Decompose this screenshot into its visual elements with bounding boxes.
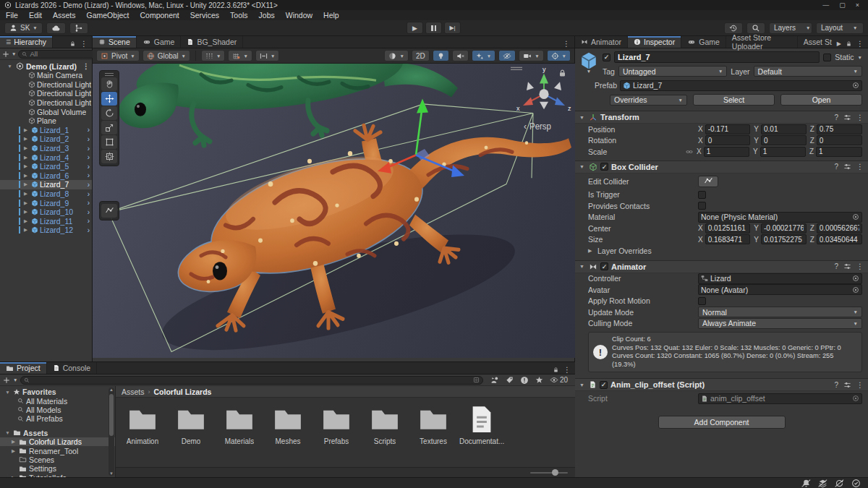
hierarchy-item-lizard-4-9[interactable]: ▶Lizard_4› xyxy=(0,153,92,162)
green-lizard-model[interactable] xyxy=(119,64,458,145)
icon-dropdown-arrow[interactable]: ▼ xyxy=(587,69,591,74)
object-picker-icon[interactable] xyxy=(852,395,859,402)
scale-tool[interactable] xyxy=(101,121,117,134)
gizmos-dropdown[interactable]: ▼ xyxy=(547,50,571,61)
culling-mode-dropdown[interactable]: Always Animate▼ xyxy=(698,318,862,329)
project-tree-item-renamer-tool[interactable]: ▶Renamer_Tool xyxy=(0,446,115,455)
menu-services[interactable]: Services xyxy=(190,11,219,20)
project-tree-item-all-prefabs[interactable]: All Prefabs xyxy=(0,414,115,423)
position-z-field[interactable] xyxy=(817,124,862,134)
play-button[interactable]: ▶ xyxy=(407,22,423,34)
tab-game[interactable]: Game xyxy=(137,36,182,48)
size-x-field[interactable] xyxy=(705,234,751,244)
object-picker-icon[interactable] xyxy=(852,213,859,221)
prefab-mode-arrow[interactable]: › xyxy=(88,145,92,153)
thumbnail-zoom-slider[interactable] xyxy=(530,472,568,474)
expand-arrow-icon[interactable]: ▶ xyxy=(22,209,30,215)
expand-arrow-icon[interactable]: ▶ xyxy=(22,173,30,179)
2d-toggle[interactable]: 2D xyxy=(412,50,430,61)
project-asset-animation[interactable]: Animation xyxy=(120,403,165,445)
help-icon[interactable]: ? xyxy=(834,114,838,121)
hierarchy-item-lizard-1-6[interactable]: ▶Lizard_1› xyxy=(0,126,92,135)
hidden-objects-toggle[interactable] xyxy=(498,50,516,61)
foldout-icon[interactable]: ▼ xyxy=(579,164,586,169)
overrides-dropdown[interactable]: Overrides▼ xyxy=(610,95,687,106)
menu-edit[interactable]: Edit xyxy=(29,11,42,20)
project-tree-item-settings[interactable]: ▶Settings xyxy=(0,464,115,473)
auto-refresh-disabled-icon[interactable] xyxy=(835,479,844,488)
menu-window[interactable]: Window xyxy=(286,11,312,20)
minimize-button[interactable]: — xyxy=(822,1,829,9)
prefab-mode-arrow[interactable]: › xyxy=(88,181,92,189)
foldout-icon[interactable]: ▼ xyxy=(579,382,586,388)
center-x-field[interactable] xyxy=(705,223,751,234)
menu-assets[interactable]: Assets xyxy=(53,11,76,20)
chevron-down-icon[interactable]: ▼ xyxy=(12,51,16,56)
gameobject-name-field[interactable] xyxy=(614,51,820,63)
static-dropdown-arrow[interactable]: ▼ xyxy=(858,55,862,60)
static-checkbox[interactable] xyxy=(823,53,831,61)
layer-overrides-foldout[interactable]: ▶ Layer Overrides xyxy=(575,245,868,257)
pause-button[interactable] xyxy=(425,22,442,34)
rotation-z-field[interactable] xyxy=(817,135,862,145)
tab-bg-shader[interactable]: BG_Shader xyxy=(181,36,243,48)
position-y-field[interactable] xyxy=(761,124,807,134)
avatar-object-field[interactable]: None (Avatar) xyxy=(698,284,862,295)
project-asset-scripts[interactable]: Scripts xyxy=(362,403,407,445)
menu-tools[interactable]: Tools xyxy=(230,11,248,20)
tag-dropdown[interactable]: Untagged▼ xyxy=(618,66,727,77)
background-progress-icon[interactable] xyxy=(851,478,861,488)
tab-hierarchy[interactable]: ☰ Hierarchy xyxy=(0,36,53,48)
chevron-down-icon[interactable]: ▼ xyxy=(13,377,17,382)
packages-visibility-icon[interactable] xyxy=(490,376,499,385)
rotation-x-field[interactable] xyxy=(705,135,751,145)
presets-icon[interactable] xyxy=(843,381,851,389)
prefab-mode-arrow[interactable]: › xyxy=(88,126,92,134)
tab-animator[interactable]: Animator xyxy=(575,36,628,48)
object-picker-icon[interactable] xyxy=(852,286,859,294)
menu-help[interactable]: Help xyxy=(323,11,339,20)
expand-arrow-icon[interactable]: ▶ xyxy=(22,200,30,206)
help-icon[interactable]: ? xyxy=(834,163,838,171)
project-asset-demo[interactable]: Demo xyxy=(169,403,213,445)
kebab-menu-icon[interactable]: ⋮ xyxy=(563,40,570,48)
prefab-object-field[interactable]: Lizard_7 xyxy=(620,80,862,91)
version-control-button[interactable] xyxy=(69,22,88,34)
effects-dropdown[interactable]: ▼ xyxy=(472,50,495,61)
kebab-menu-icon[interactable]: ⋮ xyxy=(856,40,864,48)
project-tree-item-all-materials[interactable]: All Materials xyxy=(0,396,115,405)
visibility-toggle[interactable]: 20 xyxy=(550,376,568,384)
menu-gameobject[interactable]: GameObject xyxy=(87,11,129,20)
prefab-mode-arrow[interactable]: › xyxy=(88,153,92,161)
hierarchy-item-plane-5[interactable]: ▶Plane xyxy=(0,116,92,126)
grid-snap-dropdown[interactable]: ▼ xyxy=(228,50,252,61)
hierarchy-item-global-volume-4[interactable]: ▶Global Volume xyxy=(0,107,92,116)
prefab-mode-arrow[interactable]: › xyxy=(88,199,92,207)
lighting-toggle[interactable] xyxy=(433,50,449,61)
physic-material-field[interactable]: None (Physic Material) xyxy=(698,212,862,223)
project-tree-item-all-models[interactable]: All Models xyxy=(0,406,115,414)
size-z-field[interactable] xyxy=(817,234,862,244)
layer-dropdown[interactable]: Default▼ xyxy=(754,66,862,77)
tab-project[interactable]: Project xyxy=(0,362,47,374)
tab-game-2[interactable]: Game xyxy=(681,36,726,48)
prefab-mode-arrow[interactable]: › xyxy=(88,217,92,225)
project-asset-documentat[interactable]: Documentat... xyxy=(459,403,504,445)
scene-viewport[interactable]: y x z ‹ Persp xyxy=(93,64,575,358)
constrain-proportions-icon[interactable] xyxy=(685,148,694,155)
hierarchy-item-lizard-2-7[interactable]: ▶Lizard_2› xyxy=(0,134,92,144)
tab-scene[interactable]: Scene xyxy=(93,36,137,48)
pivot-mode-dropdown[interactable]: Pivot▼ xyxy=(96,50,140,61)
prefab-mode-arrow[interactable]: › xyxy=(88,135,92,143)
project-tree-item-colorful-lizards[interactable]: ▶Colorful Lizards xyxy=(0,437,115,446)
cache-server-disabled-icon[interactable] xyxy=(818,479,827,488)
project-tree-favorites[interactable]: ▼Favorites xyxy=(0,388,115,396)
orientation-gizmo[interactable]: y x z ‹ Persp xyxy=(511,65,571,131)
add-icon[interactable] xyxy=(2,51,9,58)
scale-y-field[interactable] xyxy=(760,147,806,157)
edit-collider-button[interactable] xyxy=(698,176,718,187)
center-z-field[interactable] xyxy=(817,223,862,234)
prefab-mode-arrow[interactable]: › xyxy=(88,163,92,171)
tab-scroll-arrow-icon[interactable]: ▶ xyxy=(837,40,841,47)
tab-asset-store-uploader[interactable]: Asset Store Uploader xyxy=(726,36,798,48)
